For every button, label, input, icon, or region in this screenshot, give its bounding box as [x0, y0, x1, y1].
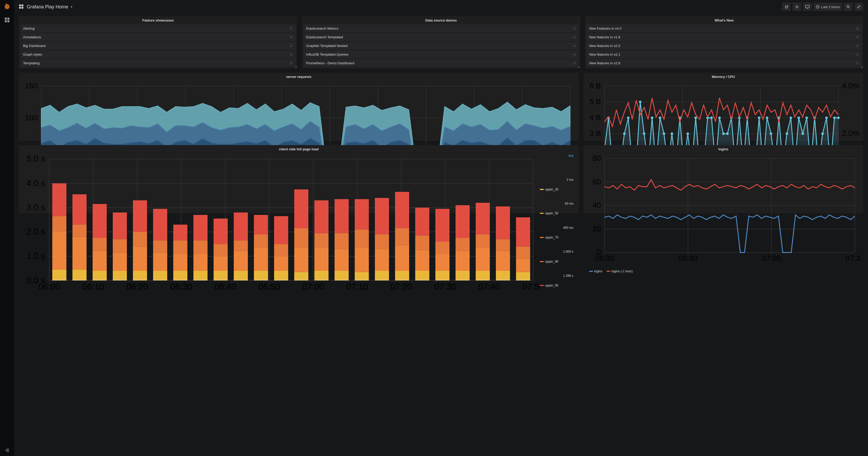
signin-icon[interactable]: [5, 448, 9, 453]
svg-text:2.0%: 2.0%: [842, 129, 859, 138]
grafana-logo-icon[interactable]: [3, 3, 11, 10]
legend-item[interactable]: upper_95: [540, 274, 559, 297]
legend-item[interactable]: logins (-1 hour): [607, 270, 633, 273]
dashboard-link[interactable]: Elasticsearch Templated☆: [303, 33, 579, 41]
svg-rect-227: [294, 279, 308, 280]
left-rail: [0, 0, 14, 456]
dashboard-link[interactable]: Templating☆: [21, 59, 296, 67]
svg-text:06:00: 06:00: [38, 282, 60, 292]
star-icon[interactable]: ☆: [856, 35, 859, 39]
dashboard-link-label: Elasticsearch Templated: [306, 35, 343, 39]
dashboard-link[interactable]: New features in v1.9☆: [587, 33, 862, 41]
star-icon[interactable]: ☆: [573, 26, 576, 30]
svg-rect-238: [335, 271, 349, 279]
dashboard-link[interactable]: New Features in v4.3☆: [587, 24, 862, 32]
dashboard-link[interactable]: Big Dashboard☆: [21, 42, 296, 50]
resize-handle[interactable]: ◢: [578, 66, 580, 68]
svg-rect-271: [456, 205, 470, 238]
legend-item[interactable]: upper_90: [540, 250, 559, 273]
star-icon[interactable]: ☆: [856, 52, 859, 56]
svg-rect-204: [193, 254, 208, 271]
svg-point-120: [798, 117, 800, 119]
settings-button[interactable]: [793, 3, 801, 11]
svg-rect-195: [153, 240, 167, 252]
svg-rect-196: [153, 209, 167, 240]
svg-point-117: [785, 132, 788, 135]
dashboard-link[interactable]: Annotations☆: [21, 33, 296, 41]
dashboard-link-label: Graphite Templated Nested: [306, 44, 347, 48]
refresh-button[interactable]: [855, 3, 863, 11]
star-icon[interactable]: ☆: [289, 26, 293, 30]
svg-rect-202: [193, 279, 208, 280]
svg-rect-226: [274, 216, 288, 244]
svg-text:07:00: 07:00: [762, 254, 781, 262]
dashboard-link[interactable]: New features in v2.6☆: [587, 59, 862, 67]
svg-rect-272: [476, 279, 490, 280]
star-icon[interactable]: ☆: [573, 43, 576, 48]
star-icon[interactable]: ☆: [573, 52, 576, 56]
panel-title: Memory / CPU: [584, 73, 863, 80]
dashboard-link-label: Templating: [23, 61, 40, 65]
dashboard-link[interactable]: Elasticsearch Metrics☆: [303, 24, 579, 32]
dashboard-title-dropdown[interactable]: Grafana Play Home ▼: [19, 4, 73, 10]
star-icon[interactable]: ☆: [289, 43, 293, 48]
star-icon[interactable]: ☆: [289, 35, 293, 39]
svg-rect-193: [153, 271, 167, 279]
panel-client-load: client side full page load0.0 s1.0 s2.0 …: [19, 145, 579, 213]
resize-handle[interactable]: ◢: [295, 66, 297, 68]
svg-rect-183: [113, 271, 127, 279]
legend-item[interactable]: upper_50: [540, 202, 559, 225]
tv-mode-button[interactable]: [803, 3, 812, 11]
svg-rect-236: [314, 201, 329, 233]
dashboard-link[interactable]: New features in v2.1☆: [587, 50, 862, 58]
svg-rect-276: [476, 203, 490, 234]
svg-rect-170: [52, 216, 66, 232]
svg-text:6 B: 6 B: [590, 82, 601, 90]
dashboard-link[interactable]: InfluxDB Templated Queries☆: [303, 50, 579, 58]
star-icon[interactable]: ☆: [289, 61, 293, 65]
svg-text:07:20: 07:20: [391, 282, 412, 292]
dashboard-link-label: New Features in v4.3: [589, 27, 621, 30]
panel-title: server requests: [19, 73, 579, 80]
svg-rect-197: [173, 279, 187, 280]
resize-handle[interactable]: ◢: [861, 66, 863, 68]
svg-point-101: [722, 132, 724, 135]
dashboard-link[interactable]: Prometheus - Demo Dashboard☆: [303, 59, 579, 67]
svg-rect-237: [335, 279, 349, 280]
svg-rect-228: [294, 272, 308, 279]
star-icon[interactable]: ☆: [573, 35, 576, 39]
svg-rect-278: [496, 271, 510, 279]
svg-rect-284: [516, 259, 530, 272]
star-icon[interactable]: ☆: [573, 61, 576, 65]
svg-point-129: [833, 117, 836, 119]
star-icon[interactable]: ☆: [856, 26, 859, 30]
svg-rect-180: [93, 238, 107, 251]
svg-rect-194: [153, 253, 167, 271]
time-range-picker[interactable]: Last 2 hours: [813, 3, 842, 11]
dashboards-icon[interactable]: [4, 17, 10, 23]
dashboard-link[interactable]: New features in v2.0☆: [587, 42, 862, 50]
svg-rect-279: [496, 251, 510, 271]
panel-title: logins: [584, 145, 863, 153]
legend-item[interactable]: logins: [589, 270, 602, 273]
link-panel: Feature showcasesAlerting☆Annotations☆Bi…: [19, 16, 297, 68]
svg-rect-11: [806, 5, 809, 8]
zoom-out-button[interactable]: [844, 3, 853, 11]
svg-text:06:50: 06:50: [258, 282, 280, 292]
star-icon[interactable]: ☆: [856, 43, 859, 48]
star-icon[interactable]: ☆: [289, 52, 293, 56]
star-icon[interactable]: ☆: [856, 61, 859, 65]
svg-point-86: [663, 132, 665, 135]
dashboard-link[interactable]: Alerting☆: [21, 24, 296, 32]
svg-rect-3: [7, 18, 9, 20]
legend-item[interactable]: upper_25: [540, 178, 559, 201]
dashboard-link[interactable]: Graphite Templated Nested☆: [303, 42, 579, 50]
dashboard-link[interactable]: Graph styles☆: [21, 50, 296, 58]
svg-rect-208: [213, 271, 228, 279]
legend-item[interactable]: upper_75: [540, 226, 559, 249]
svg-rect-207: [213, 279, 228, 280]
svg-rect-177: [93, 279, 107, 280]
svg-rect-216: [234, 213, 248, 240]
svg-point-94: [694, 117, 697, 119]
share-button[interactable]: [782, 3, 791, 11]
